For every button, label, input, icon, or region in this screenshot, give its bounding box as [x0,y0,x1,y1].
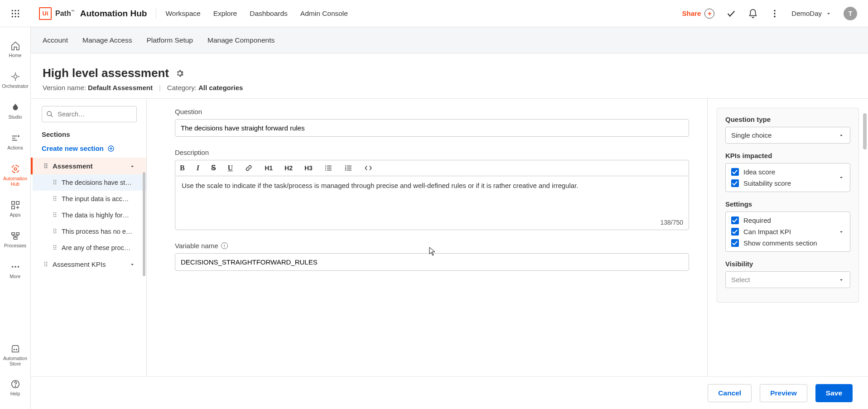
setting-show-comments-checkbox[interactable]: Show comments section [731,239,844,247]
description-textarea[interactable]: Use the scale to indicate if the task/pr… [175,176,689,230]
page-title: High level assessment [43,66,169,80]
drag-handle-icon[interactable]: ⠿ [53,195,57,202]
info-icon[interactable]: i [221,242,228,249]
drag-handle-icon[interactable]: ⠿ [53,244,57,251]
h3-button[interactable]: H3 [304,164,313,172]
setting-can-impact-kpi-checkbox[interactable]: Can Impact KPI [731,228,844,236]
tenant-dropdown[interactable]: DemoDay [791,10,832,17]
question-type-value: Single choice [731,131,772,139]
properties-panel: Question type Single choice KPIs impacte… [708,99,868,409]
question-type-select[interactable]: Single choice [725,127,850,144]
rail-automation-store[interactable]: Automation Store [0,344,31,366]
subnav-manage-access[interactable]: Manage Access [82,36,132,44]
sections-scrollbar[interactable] [143,149,145,404]
svg-point-11 [774,15,776,17]
footer-actions: Cancel Preview Save [31,376,868,409]
check-icon[interactable] [726,9,736,19]
section-question[interactable]: ⠿ The data is highly for… [33,207,146,223]
chevron-down-icon [838,174,844,181]
sub-header: Account Manage Access Platform Setup Man… [31,27,868,53]
rail-automation-hub[interactable]: Automation Hub [0,164,31,187]
product-logo[interactable]: Ui Path™ Automation Hub [39,7,147,20]
chevron-down-icon [838,132,844,139]
rail-more[interactable]: More [0,262,31,279]
save-button[interactable]: Save [815,384,853,402]
gear-icon[interactable] [175,69,184,78]
logo-hub-text: Automation Hub [80,9,147,19]
category-value: All categories [198,84,243,91]
nav-dashboards[interactable]: Dashboards [250,10,288,18]
visibility-select[interactable]: Select [725,271,850,288]
section-question[interactable]: ⠿ This process has no e… [33,223,146,240]
kpis-impacted-box[interactable]: Idea score Suitability score [725,163,850,192]
section-group-label: Assessment [53,162,92,170]
svg-rect-32 [327,168,332,168]
nav-workspace[interactable]: Workspace [165,10,200,18]
page-scrollbar[interactable] [863,113,867,149]
drag-handle-icon[interactable]: ⠿ [53,212,57,219]
app-launcher-icon[interactable] [0,0,31,27]
kebab-icon[interactable] [770,9,780,19]
ordered-list-button[interactable]: 123 [344,164,352,172]
rail-help[interactable]: Help [0,379,31,396]
svg-rect-18 [16,233,19,235]
create-section-button[interactable]: Create new section [31,144,146,152]
strikethrough-button[interactable]: S [211,164,216,172]
section-question[interactable]: ⠿ Are any of these proc… [33,240,146,256]
rail-processes[interactable]: Processes [0,231,31,248]
bold-button[interactable]: B [180,164,185,172]
svg-rect-17 [11,233,14,235]
section-question[interactable]: ⠿ The input data is acc… [33,191,146,207]
rail-actions[interactable]: Actions [0,133,31,150]
drag-handle-icon[interactable]: ⠿ [53,228,57,235]
question-editor: Question Description B I S U H1 H2 H3 [147,99,708,409]
drag-handle-icon[interactable]: ⠿ [43,163,48,170]
rail-orchestrator[interactable]: Orchestrator [0,72,31,89]
bell-icon[interactable] [748,9,758,19]
nav-admin-console[interactable]: Admin Console [300,10,348,18]
h2-button[interactable]: H2 [285,164,293,172]
bullet-list-button[interactable] [324,164,333,172]
description-char-count: 138/750 [660,219,683,226]
cancel-button[interactable]: Cancel [708,384,752,402]
orchestrator-icon [10,72,20,82]
search-input[interactable] [42,106,137,122]
underline-button[interactable]: U [228,164,233,172]
subnav-account[interactable]: Account [43,36,68,44]
preview-button[interactable]: Preview [760,384,807,402]
h1-button[interactable]: H1 [265,164,273,172]
italic-button[interactable]: I [197,164,199,172]
setting-required-checkbox[interactable]: Required [731,217,844,224]
nav-explore[interactable]: Explore [213,10,237,18]
subnav-manage-components[interactable]: Manage Components [207,36,275,44]
section-group-assessment[interactable]: ⠿ Assessment [31,158,146,174]
code-button[interactable] [364,164,372,172]
drag-handle-icon[interactable]: ⠿ [53,179,57,186]
svg-point-5 [18,13,19,14]
subnav-platform-setup[interactable]: Platform Setup [146,36,193,44]
svg-point-33 [325,169,326,170]
section-question[interactable]: ⠿ The decisions have st… [33,174,146,191]
drag-handle-icon[interactable]: ⠿ [43,261,48,268]
kpi-idea-score-checkbox[interactable]: Idea score [731,168,844,176]
variable-name-label: Variable name [175,242,218,250]
visibility-value: Select [731,276,750,284]
rail-home[interactable]: Home [0,41,31,58]
svg-point-22 [17,266,19,268]
svg-point-23 [14,349,14,350]
settings-box: Required Can Impact KPI Show comments se… [725,212,850,252]
question-input[interactable] [175,119,689,137]
svg-point-3 [12,13,13,14]
question-label: Are any of these proc… [62,244,130,251]
avatar[interactable]: T [844,7,857,20]
checkbox-checked-icon [731,168,739,176]
link-button[interactable] [245,164,253,172]
rail-apps[interactable]: Apps [0,200,31,217]
svg-text:3: 3 [345,168,346,171]
kpi-suitability-score-checkbox[interactable]: Suitability score [731,179,844,187]
section-group-kpis[interactable]: ⠿ Assessment KPIs [33,256,146,273]
rail-studio[interactable]: Studio [0,102,31,120]
share-button[interactable]: Share + [682,9,715,19]
variable-name-input[interactable] [175,253,689,271]
svg-point-9 [774,10,776,11]
